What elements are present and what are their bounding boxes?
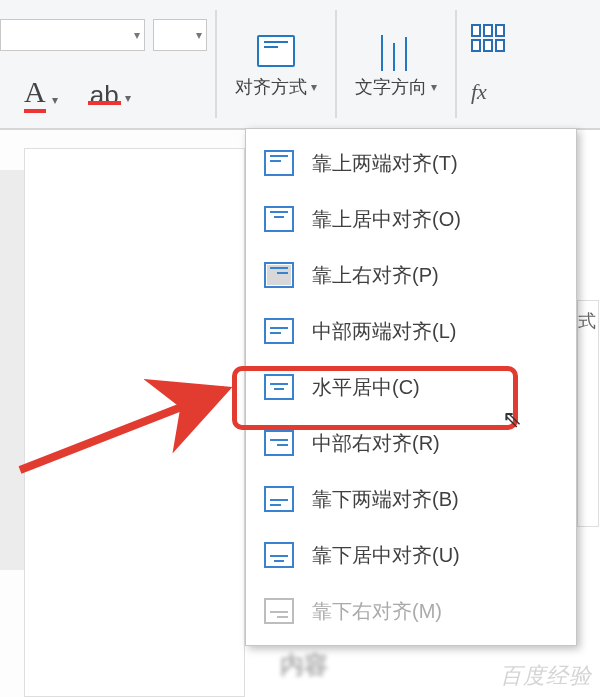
alignment-group[interactable]: 对齐方式 ▾ — [217, 0, 335, 128]
chevron-down-icon: ▾ — [431, 80, 437, 94]
align-mid-center-icon — [264, 374, 294, 400]
fx-button[interactable]: fx — [471, 79, 505, 105]
alignment-option-label: 靠下右对齐(M) — [312, 598, 442, 625]
highlight-icon: ab — [90, 80, 119, 111]
text-direction-icon — [376, 31, 416, 71]
alignment-option[interactable]: 靠下居中对齐(U) — [246, 527, 576, 583]
align-bot-center-icon — [264, 542, 294, 568]
alignment-option-label: 靠下两端对齐(B) — [312, 486, 459, 513]
ribbon-toolbar: ▾ ▾ A ▾ ab ▾ 对齐方式 ▾ — [0, 0, 600, 130]
font-size-select[interactable]: ▾ — [153, 19, 207, 51]
alignment-option[interactable]: 靠上两端对齐(T) — [246, 135, 576, 191]
alignment-option-label: 靠上居中对齐(O) — [312, 206, 461, 233]
ribbon-font-group: ▾ ▾ A ▾ ab ▾ — [0, 0, 215, 128]
document-pane[interactable] — [24, 148, 245, 697]
alignment-dropdown: 靠上两端对齐(T)靠上居中对齐(O)靠上右对齐(P)中部两端对齐(L)水平居中(… — [245, 128, 577, 646]
right-panel-fragment: 式 — [577, 300, 599, 527]
font-color-button[interactable]: A ▾ — [24, 77, 58, 113]
alignment-option[interactable]: 靠下两端对齐(B) — [246, 471, 576, 527]
chevron-down-icon: ▾ — [52, 93, 58, 107]
alignment-option: 靠下右对齐(M) — [246, 583, 576, 639]
document-area — [0, 130, 245, 697]
align-mid-right-icon — [264, 430, 294, 456]
alignment-option[interactable]: 中部两端对齐(L) — [246, 303, 576, 359]
chevron-down-icon: ▾ — [196, 28, 202, 42]
alignment-option-label: 中部两端对齐(L) — [312, 318, 456, 345]
watermark: 百度经验 — [500, 661, 592, 691]
alignment-option[interactable]: 靠上右对齐(P) — [246, 247, 576, 303]
font-family-select[interactable]: ▾ — [0, 19, 145, 51]
alignment-option-label: 靠下居中对齐(U) — [312, 542, 460, 569]
obscured-text: 内容 — [280, 649, 328, 681]
chevron-down-icon: ▾ — [134, 28, 140, 42]
alignment-option-label: 水平居中(C) — [312, 374, 420, 401]
alignment-option-label: 靠上两端对齐(T) — [312, 150, 458, 177]
align-bot-left-icon — [264, 486, 294, 512]
alignment-option[interactable]: 靠上居中对齐(O) — [246, 191, 576, 247]
align-mid-left-icon — [264, 318, 294, 344]
align-top-center-icon — [264, 206, 294, 232]
alignment-option-label: 中部右对齐(R) — [312, 430, 440, 457]
highlight-button[interactable]: ab ▾ — [90, 80, 131, 111]
alignment-icon — [256, 31, 296, 71]
font-color-icon: A — [24, 77, 46, 113]
text-direction-label: 文字方向 — [355, 75, 427, 99]
chevron-down-icon: ▾ — [311, 80, 317, 94]
alignment-option[interactable]: 中部右对齐(R) — [246, 415, 576, 471]
text-direction-group[interactable]: 文字方向 ▾ — [337, 0, 455, 128]
alignment-option[interactable]: 水平居中(C) — [246, 359, 576, 415]
ribbon-right-fragment: fx — [457, 0, 505, 128]
align-bot-right-icon — [264, 598, 294, 624]
align-top-right-icon — [264, 262, 294, 288]
align-top-left-icon — [264, 150, 294, 176]
table-icon[interactable] — [471, 24, 505, 52]
alignment-option-label: 靠上右对齐(P) — [312, 262, 439, 289]
chevron-down-icon: ▾ — [125, 91, 131, 105]
alignment-label: 对齐方式 — [235, 75, 307, 99]
